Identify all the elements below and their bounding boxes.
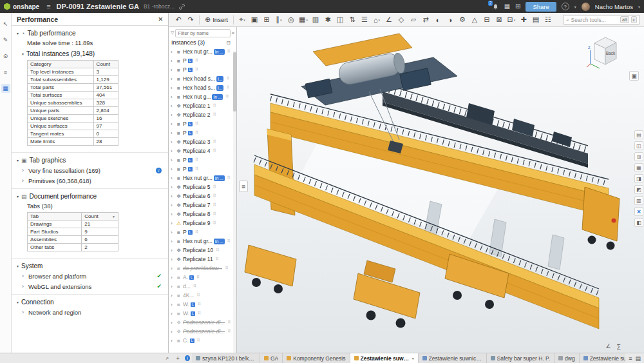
drag-handle-icon[interactable]: ⠿ [216, 257, 219, 262]
instance-row[interactable]: ›■PL⠿ [169, 228, 236, 237]
table-row[interactable]: Mate limits28 [28, 138, 118, 146]
comment-icon[interactable]: ⊠ [493, 14, 505, 26]
instance-row[interactable]: ›❖Replicate 4⠿ [169, 146, 236, 155]
instance-row[interactable]: ›■Hex nut gr...In ...⠿ [169, 237, 236, 246]
versions-icon[interactable]: ▦ [504, 3, 510, 10]
view-cube[interactable]: Back Z [586, 32, 623, 74]
filter-icon[interactable]: ▼ [112, 215, 115, 219]
expand-chevron-icon[interactable]: › [171, 302, 175, 308]
perf-item[interactable]: ›Browser and platform✔ [12, 271, 168, 281]
instance-row[interactable]: ›❖Replicate 11⠿ [169, 255, 236, 264]
table-row[interactable]: Part Studios9 [28, 228, 118, 236]
appearance-icon[interactable]: ◑ [444, 14, 456, 26]
drag-handle-icon[interactable]: ⠿ [198, 311, 201, 316]
instance-row[interactable]: ›■Hex head s...I...⠿ [169, 74, 236, 83]
drag-handle-icon[interactable]: ⠿ [213, 103, 216, 108]
fasten-icon[interactable]: ⊞ [261, 14, 272, 26]
filter-funnel-icon[interactable]: ▽ [171, 30, 174, 35]
table-row[interactable]: Drawings21 [28, 221, 118, 228]
expand-chevron-icon[interactable]: › [171, 166, 175, 172]
document-performance-header[interactable]: ▾ ▤ Document performance [12, 190, 168, 201]
instance-row[interactable]: ›■Hex nut gr...In ...⠿ [169, 173, 236, 182]
instance-row[interactable]: ›■W.L⠿ [169, 300, 236, 309]
instance-row[interactable]: ›■d...⠿ [169, 282, 236, 291]
expand-chevron-icon[interactable]: › [171, 211, 175, 217]
instance-row[interactable]: ›⚠Replicate 9⠿ [169, 219, 236, 228]
apps-grid-icon[interactable]: ⊞ [515, 3, 520, 10]
drag-handle-icon[interactable]: ⠿ [195, 130, 198, 135]
instances-scrollbar[interactable] [233, 51, 236, 353]
instance-row[interactable]: ›■Hex nut gr...In ...⠿ [169, 47, 236, 56]
documents-panel-icon[interactable]: ▤ [634, 130, 643, 139]
expand-chevron-icon[interactable]: › [171, 130, 175, 136]
drag-handle-icon[interactable]: ⠿ [216, 248, 219, 253]
expand-chevron-icon[interactable]: › [171, 266, 175, 271]
expand-chevron-icon[interactable]: › [171, 202, 175, 208]
tables-panel-icon[interactable]: ▥ [634, 196, 643, 205]
instance-row[interactable]: ›■PL⠿ [169, 155, 236, 164]
document-title[interactable]: DP-0091 Zestawienie GA [57, 3, 139, 10]
table-row[interactable]: Unique parts2,804 [28, 107, 118, 115]
table-row[interactable]: Other tabs2 [28, 244, 118, 251]
table-row[interactable]: Assemblies6 [28, 236, 118, 244]
perf-item[interactable]: ›Primitives (60,368,618) [12, 175, 168, 186]
drag-handle-icon[interactable]: ⠿ [213, 221, 216, 226]
expand-chevron-icon[interactable]: › [171, 329, 175, 335]
instance-row[interactable]: ›❖Replicate 7⠿ [169, 201, 236, 210]
pattern-icon[interactable]: ▦▾ [298, 14, 309, 26]
expand-chevron-icon[interactable]: › [171, 94, 175, 100]
document-tab[interactable]: GA [260, 353, 283, 363]
instance-row[interactable]: ›■PL⠿ [169, 56, 236, 65]
drag-handle-icon[interactable]: ⠿ [226, 85, 229, 90]
named-views-icon[interactable]: ⌂▾ [371, 14, 383, 26]
expand-chevron-icon[interactable]: › [171, 76, 175, 82]
perf-item[interactable]: ›Network and region [12, 307, 168, 317]
drag-handle-icon[interactable]: ⠿ [226, 76, 229, 81]
instance-row[interactable]: ›■4K...⠿ [169, 291, 236, 300]
transform-icon[interactable]: ⇄ [420, 14, 431, 26]
notifications-bell-icon[interactable]: 2 [492, 3, 499, 10]
measure-icon[interactable]: ∠ [383, 14, 395, 26]
search-tools-box[interactable]: ⌕ Search tools... alt c [563, 15, 640, 25]
share-button[interactable]: Share [526, 2, 556, 12]
table-row[interactable]: Top level instances3 [28, 68, 118, 76]
instance-row[interactable]: ›❖Replicate 6⠿ [169, 191, 236, 201]
expand-chevron-icon[interactable]: › [171, 293, 175, 299]
expand-chevron-icon[interactable]: › [171, 248, 175, 253]
instance-row[interactable]: ›❖Replicate 10⠿ [169, 246, 236, 255]
insert-button[interactable]: ⊕ Insert [202, 15, 231, 24]
table-row[interactable]: Unique sketches16 [28, 115, 118, 123]
clear-panel-icon[interactable]: ✕ [634, 207, 643, 216]
help-icon[interactable]: ? [562, 3, 569, 10]
mass-properties-icon[interactable]: ∑ [617, 343, 621, 349]
replicate-icon[interactable]: ▥ [310, 14, 321, 26]
expand-chevron-icon[interactable]: › [171, 193, 175, 199]
spotlight-icon[interactable]: ⊙ [1, 52, 10, 61]
collapse-all-icon[interactable]: « [232, 30, 234, 36]
drag-handle-icon[interactable]: ⠿ [227, 329, 231, 334]
table-row[interactable]: Total subassemblies1,129 [28, 76, 118, 84]
table-row[interactable]: Tangent mates0 [28, 130, 118, 138]
workspace-branch-label[interactable]: B1 -robocz... [144, 3, 175, 10]
expand-chevron-icon[interactable]: › [171, 85, 175, 91]
add-tab-button[interactable]: ＋ [173, 353, 183, 363]
instance-row[interactable]: ›■PL⠿ [169, 128, 236, 137]
expand-chevron-icon[interactable]: › [171, 320, 175, 326]
expand-chevron-icon[interactable]: › [171, 275, 175, 280]
drag-handle-icon[interactable]: ⠿ [225, 94, 229, 99]
user-avatar[interactable] [582, 3, 590, 11]
instance-row[interactable]: ›■C.L⠿ [169, 336, 236, 345]
share-link-icon[interactable] [178, 3, 185, 10]
measure-tool-icon[interactable]: ∠ [606, 343, 611, 349]
table-row[interactable]: Total parts37,561 [28, 84, 118, 92]
document-tab[interactable]: Zestawienie suwnicy▾ [350, 353, 419, 363]
instance-row[interactable]: ›■Hex nut g...In ...⠿ [169, 92, 236, 101]
document-tab[interactable]: Zestawienie suwnicy [580, 353, 626, 363]
apps-icon[interactable]: ▤ [530, 14, 542, 26]
table-row[interactable]: Unique subassemblies328 [28, 99, 118, 107]
instance-row[interactable]: ›❖Podnoszenie dł...⠿ [169, 327, 236, 336]
instances-header[interactable]: Instances (3) ⊟ [169, 39, 236, 47]
document-tab[interactable]: Zestawienie suwnicy Dr... [419, 353, 487, 363]
drag-handle-icon[interactable]: ⠿ [213, 202, 216, 208]
export-icon[interactable]: ⊡▾ [506, 14, 517, 26]
